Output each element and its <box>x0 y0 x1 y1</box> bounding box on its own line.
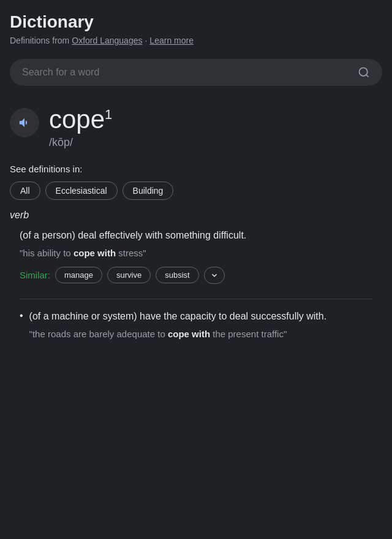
definitions-section: See definitions in: All Ecclesiastical B… <box>0 159 392 367</box>
page-header: Dictionary Definitions from Oxford Langu… <box>0 0 392 52</box>
phonetic: /kōp/ <box>49 136 112 149</box>
definition-item-1: (of a person) deal effectively with some… <box>10 228 382 299</box>
definition-text-1: (of a person) deal effectively with some… <box>20 228 382 243</box>
bullet-dot: • <box>20 310 23 348</box>
part-of-speech: verb <box>10 210 382 221</box>
bullet-definition-2: • (of a machine or system) have the capa… <box>20 309 382 357</box>
category-chips: All Ecclesiastical Building <box>10 182 382 200</box>
similar-chip-subsist[interactable]: subsist <box>156 267 198 283</box>
separator: · <box>145 36 147 45</box>
audio-icon <box>18 116 31 129</box>
oxford-languages-link[interactable]: Oxford Languages <box>72 36 142 45</box>
source-line: Definitions from Oxford Languages · Lear… <box>10 36 382 45</box>
bold-cope-2: cope with <box>168 329 210 339</box>
similar-chip-survive[interactable]: survive <box>107 267 151 283</box>
category-chip-all[interactable]: All <box>10 182 40 200</box>
category-chip-building[interactable]: Building <box>123 182 174 200</box>
search-icon <box>358 66 370 78</box>
example-text-1: "his ability to cope with stress" <box>20 247 382 261</box>
search-box <box>10 59 382 86</box>
definition-text-2: (of a machine or system) have the capaci… <box>29 309 382 324</box>
word-title: cope1 <box>49 105 112 134</box>
similar-chip-manage[interactable]: manage <box>55 267 102 283</box>
word-section: cope1 /kōp/ <box>0 98 392 159</box>
search-container <box>0 52 392 93</box>
category-chip-ecclesiastical[interactable]: Ecclesiastical <box>45 182 118 200</box>
word-superscript: 1 <box>105 107 112 122</box>
similar-row: Similar: manage survive subsist <box>20 267 382 284</box>
audio-button[interactable] <box>10 108 39 137</box>
see-definitions-label: See definitions in: <box>10 164 382 174</box>
chevron-down-icon <box>210 271 219 280</box>
word-text: cope <box>49 105 105 134</box>
svg-line-1 <box>366 75 369 77</box>
bullet-content-2: (of a machine or system) have the capaci… <box>29 309 382 348</box>
definition-item-2: • (of a machine or system) have the capa… <box>10 299 382 367</box>
source-prefix: Definitions from <box>10 36 69 45</box>
svg-point-0 <box>360 68 368 76</box>
example-text-2: "the roads are barely adequate to cope w… <box>29 327 382 342</box>
learn-more-link[interactable]: Learn more <box>149 36 194 45</box>
expand-similar-button[interactable] <box>204 267 225 284</box>
search-input[interactable] <box>22 67 350 78</box>
page-title: Dictionary <box>10 12 382 32</box>
similar-label: Similar: <box>20 270 50 280</box>
bold-cope: cope with <box>74 248 116 258</box>
word-info: cope1 /kōp/ <box>49 105 112 149</box>
